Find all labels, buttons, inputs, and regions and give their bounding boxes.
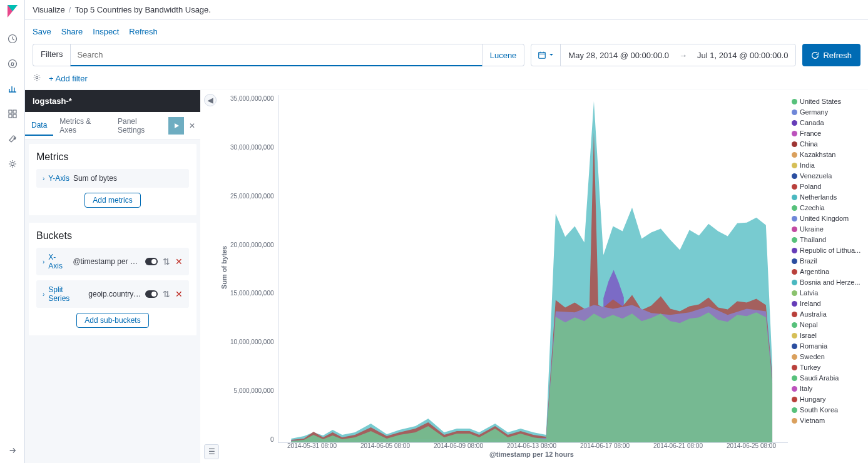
bucket-x-value: @timestamp per 12...	[73, 257, 141, 266]
calendar-icon[interactable]	[531, 44, 561, 66]
legend-dot	[792, 354, 797, 360]
bucket-x-axis[interactable]: › X-Axis @timestamp per 12... ⇅ ✕	[36, 248, 189, 275]
chart-legend: United StatesGermanyCanadaFranceChinaKaz…	[788, 95, 863, 458]
metrics-title: Metrics	[36, 151, 189, 163]
legend-label: United States	[800, 98, 841, 105]
legend-dot	[792, 258, 797, 264]
legend-item[interactable]: United States	[792, 98, 863, 105]
bucket-split-series[interactable]: › Split Series geoip.country_... ⇅ ✕	[36, 280, 189, 308]
breadcrumb-separator: /	[69, 5, 71, 14]
legend-label: Canada	[800, 119, 824, 126]
legend-item[interactable]: Kazakhstan	[792, 151, 863, 158]
legend-item[interactable]: Canada	[792, 119, 863, 126]
collapse-nav-icon[interactable]	[6, 444, 19, 457]
remove-icon[interactable]: ✕	[175, 257, 183, 267]
legend-item[interactable]: Sweden	[792, 353, 863, 360]
legend-item[interactable]: Italy	[792, 385, 863, 392]
share-link[interactable]: Share	[61, 27, 83, 36]
visualize-icon[interactable]	[6, 83, 19, 95]
legend-dot	[792, 237, 797, 243]
legend-dot	[792, 173, 797, 179]
search-input[interactable]	[70, 44, 482, 66]
toggle-switch[interactable]	[145, 290, 158, 298]
save-link[interactable]: Save	[33, 27, 51, 36]
legend-item[interactable]: Israel	[792, 332, 863, 339]
discard-changes-button[interactable]: ✕	[184, 117, 200, 135]
legend-toggle-icon[interactable]: ☰	[204, 444, 219, 459]
query-language-selector[interactable]: Lucene	[483, 44, 525, 66]
date-from: May 28, 2014 @ 00:00:00.0	[561, 51, 677, 60]
breadcrumb-root[interactable]: Visualize	[33, 5, 65, 14]
legend-item[interactable]: Republic of Lithua...	[792, 247, 863, 254]
legend-item[interactable]: Argentina	[792, 268, 863, 275]
legend-item[interactable]: South Korea	[792, 406, 863, 414]
drag-handle-icon[interactable]: ⇅	[163, 257, 170, 267]
add-filter-button[interactable]: + Add filter	[49, 74, 88, 83]
legend-item[interactable]: Poland	[792, 183, 863, 190]
legend-item[interactable]: Brazil	[792, 257, 863, 265]
legend-item[interactable]: China	[792, 140, 863, 148]
refresh-button-label: Refresh	[823, 51, 852, 60]
buckets-section: Buckets › X-Axis @timestamp per 12... ⇅ …	[29, 223, 197, 335]
apply-changes-button[interactable]	[168, 117, 185, 135]
legend-dot	[792, 365, 797, 370]
legend-item[interactable]: France	[792, 130, 863, 137]
tab-metrics-axes[interactable]: Metrics & Axes	[53, 112, 111, 140]
legend-label: Sweden	[800, 353, 825, 360]
legend-label: South Korea	[800, 406, 838, 414]
kibana-logo[interactable]	[5, 4, 20, 19]
legend-item[interactable]: Ukraine	[792, 225, 863, 233]
legend-dot	[792, 99, 797, 104]
legend-item[interactable]: Czechia	[792, 204, 863, 211]
svg-rect-4	[9, 114, 12, 118]
legend-item[interactable]: Saudi Arabia	[792, 374, 863, 382]
legend-item[interactable]: Nepal	[792, 321, 863, 328]
legend-item[interactable]: Bosnia and Herze...	[792, 278, 863, 286]
legend-dot	[792, 375, 797, 381]
management-icon[interactable]	[6, 158, 19, 170]
add-sub-buckets-button[interactable]: Add sub-buckets	[76, 313, 148, 328]
legend-dot	[792, 280, 797, 285]
legend-item[interactable]: Turkey	[792, 364, 863, 371]
metric-y-axis[interactable]: › Y-Axis Sum of bytes	[36, 169, 189, 188]
legend-item[interactable]: Thailand	[792, 236, 863, 243]
chart-plot-area[interactable]	[278, 95, 788, 443]
recently-viewed-icon[interactable]	[6, 33, 19, 45]
legend-item[interactable]: United Kingdom	[792, 215, 863, 222]
dashboard-icon[interactable]	[6, 108, 19, 120]
legend-item[interactable]: Germany	[792, 108, 863, 116]
legend-item[interactable]: Ireland	[792, 300, 863, 307]
legend-label: Hungary	[800, 395, 826, 403]
refresh-link[interactable]: Refresh	[129, 27, 158, 36]
legend-item[interactable]: Australia	[792, 310, 863, 318]
discover-icon[interactable]	[6, 58, 19, 70]
filters-label[interactable]: Filters	[33, 44, 70, 66]
legend-dot	[792, 152, 797, 158]
config-panel: logstash-* ◀ Data Metrics & Axes Panel S…	[25, 90, 200, 463]
drag-handle-icon[interactable]: ⇅	[163, 289, 170, 299]
legend-item[interactable]: India	[792, 161, 863, 169]
devtools-icon[interactable]	[6, 133, 19, 145]
inspect-link[interactable]: Inspect	[93, 27, 119, 36]
legend-item[interactable]: Venezuela	[792, 172, 863, 180]
legend-item[interactable]: Vietnam	[792, 417, 863, 424]
x-tick: 2014-06-17 08:00	[580, 442, 630, 449]
remove-icon[interactable]: ✕	[175, 289, 183, 299]
x-axis-label: @timestamp per 12 hours	[219, 450, 788, 458]
x-tick: 2014-06-09 08:00	[434, 442, 483, 449]
toggle-switch[interactable]	[145, 258, 158, 265]
legend-item[interactable]: Latvia	[792, 289, 863, 297]
legend-dot	[792, 141, 797, 147]
svg-point-1	[8, 60, 16, 68]
legend-item[interactable]: Romania	[792, 342, 863, 350]
tab-data[interactable]: Data	[25, 116, 53, 136]
index-pattern-header[interactable]: logstash-* ◀	[25, 90, 200, 112]
legend-item[interactable]: Hungary	[792, 395, 863, 403]
tab-panel-settings[interactable]: Panel Settings	[111, 112, 168, 140]
refresh-button[interactable]: Refresh	[802, 44, 860, 66]
add-metrics-button[interactable]: Add metrics	[84, 193, 140, 208]
legend-dot	[792, 322, 797, 328]
filter-settings-icon[interactable]	[33, 73, 41, 84]
legend-item[interactable]: Netherlands	[792, 193, 863, 201]
date-range-picker[interactable]: May 28, 2014 @ 00:00:00.0 → Jul 1, 2014 …	[531, 44, 796, 66]
